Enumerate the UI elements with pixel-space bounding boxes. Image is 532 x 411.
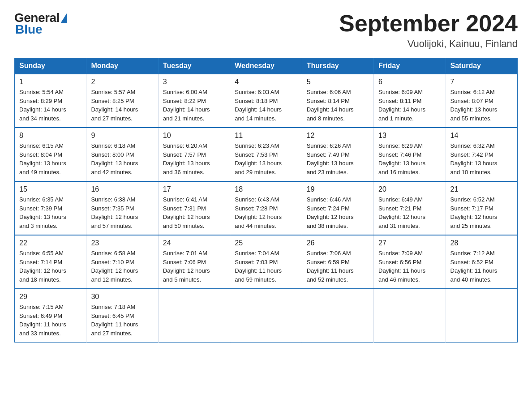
day-info: Sunrise: 6:52 AMSunset: 7:17 PMDaylight:… [450,195,513,230]
day-number: 8 [19,132,82,140]
calendar-cell: 22Sunrise: 6:55 AMSunset: 7:14 PMDayligh… [15,235,86,289]
day-number: 5 [307,78,369,86]
day-info: Sunrise: 6:32 AMSunset: 7:42 PMDaylight:… [450,141,513,176]
calendar-cell: 20Sunrise: 6:49 AMSunset: 7:21 PMDayligh… [374,181,446,235]
day-info: Sunrise: 7:15 AMSunset: 6:49 PMDaylight:… [19,303,82,338]
weekday-header-tuesday: Tuesday [158,58,230,74]
day-number: 16 [91,185,153,193]
day-number: 24 [163,239,225,247]
calendar-cell: 11Sunrise: 6:23 AMSunset: 7:53 PMDayligh… [230,128,302,181]
day-number: 4 [235,78,297,86]
day-info: Sunrise: 6:09 AMSunset: 8:11 PMDaylight:… [378,88,441,123]
day-number: 2 [91,78,153,86]
day-number: 23 [91,239,153,247]
calendar-week-4: 22Sunrise: 6:55 AMSunset: 7:14 PMDayligh… [15,235,518,289]
day-number: 19 [307,185,369,193]
weekday-header-sunday: Sunday [15,58,86,74]
calendar-cell: 3Sunrise: 6:00 AMSunset: 8:22 PMDaylight… [158,74,230,128]
day-number: 17 [163,185,225,193]
day-info: Sunrise: 6:12 AMSunset: 8:07 PMDaylight:… [450,88,513,123]
calendar-cell: 29Sunrise: 7:15 AMSunset: 6:49 PMDayligh… [15,289,86,342]
header: General Blue September 2024 Vuolijoki, K… [14,11,518,50]
page: General Blue September 2024 Vuolijoki, K… [0,0,532,353]
logo-triangle-icon [60,13,67,23]
day-number: 3 [163,78,225,86]
day-info: Sunrise: 7:04 AMSunset: 7:03 PMDaylight:… [235,249,297,284]
day-number: 27 [378,239,441,247]
calendar-cell: 30Sunrise: 7:18 AMSunset: 6:45 PMDayligh… [86,289,158,342]
calendar-cell [446,289,517,342]
calendar-cell: 6Sunrise: 6:09 AMSunset: 8:11 PMDaylight… [374,74,446,128]
calendar-cell: 15Sunrise: 6:35 AMSunset: 7:39 PMDayligh… [15,181,86,235]
day-number: 10 [163,132,225,140]
calendar-cell [230,289,302,342]
day-info: Sunrise: 7:01 AMSunset: 7:06 PMDaylight:… [163,249,225,284]
day-number: 1 [19,78,82,86]
day-info: Sunrise: 6:15 AMSunset: 8:04 PMDaylight:… [19,141,82,176]
day-info: Sunrise: 6:20 AMSunset: 7:57 PMDaylight:… [163,141,225,176]
calendar-cell: 4Sunrise: 6:03 AMSunset: 8:18 PMDaylight… [230,74,302,128]
day-number: 13 [378,132,441,140]
weekday-header-monday: Monday [86,58,158,74]
calendar-cell: 18Sunrise: 6:43 AMSunset: 7:28 PMDayligh… [230,181,302,235]
calendar-cell [302,289,373,342]
calendar-cell: 28Sunrise: 7:12 AMSunset: 6:52 PMDayligh… [446,235,517,289]
weekday-header-thursday: Thursday [302,58,373,74]
calendar-cell: 16Sunrise: 6:38 AMSunset: 7:35 PMDayligh… [86,181,158,235]
day-info: Sunrise: 6:29 AMSunset: 7:46 PMDaylight:… [378,141,441,176]
day-info: Sunrise: 6:26 AMSunset: 7:49 PMDaylight:… [307,141,369,176]
weekday-header-saturday: Saturday [446,58,517,74]
day-info: Sunrise: 6:06 AMSunset: 8:14 PMDaylight:… [307,88,369,123]
calendar-cell: 24Sunrise: 7:01 AMSunset: 7:06 PMDayligh… [158,235,230,289]
calendar-cell: 12Sunrise: 6:26 AMSunset: 7:49 PMDayligh… [302,128,373,181]
day-number: 28 [450,239,513,247]
day-number: 7 [450,78,513,86]
day-number: 29 [19,293,82,301]
day-number: 6 [378,78,441,86]
day-number: 11 [235,132,297,140]
calendar-cell: 10Sunrise: 6:20 AMSunset: 7:57 PMDayligh… [158,128,230,181]
weekday-header-row: SundayMondayTuesdayWednesdayThursdayFrid… [15,58,518,74]
calendar-cell [374,289,446,342]
weekday-header-friday: Friday [374,58,446,74]
day-info: Sunrise: 7:06 AMSunset: 6:59 PMDaylight:… [307,249,369,284]
day-number: 9 [91,132,153,140]
day-info: Sunrise: 6:46 AMSunset: 7:24 PMDaylight:… [307,195,369,230]
calendar-cell: 17Sunrise: 6:41 AMSunset: 7:31 PMDayligh… [158,181,230,235]
calendar-cell: 25Sunrise: 7:04 AMSunset: 7:03 PMDayligh… [230,235,302,289]
calendar-cell: 5Sunrise: 6:06 AMSunset: 8:14 PMDaylight… [302,74,373,128]
day-number: 14 [450,132,513,140]
weekday-header-wednesday: Wednesday [230,58,302,74]
day-number: 20 [378,185,441,193]
calendar-cell [158,289,230,342]
calendar-cell: 14Sunrise: 6:32 AMSunset: 7:42 PMDayligh… [446,128,517,181]
calendar-week-3: 15Sunrise: 6:35 AMSunset: 7:39 PMDayligh… [15,181,518,235]
calendar-cell: 8Sunrise: 6:15 AMSunset: 8:04 PMDaylight… [15,128,86,181]
day-info: Sunrise: 6:03 AMSunset: 8:18 PMDaylight:… [235,88,297,123]
day-number: 25 [235,239,297,247]
day-number: 26 [307,239,369,247]
day-info: Sunrise: 6:55 AMSunset: 7:14 PMDaylight:… [19,249,82,284]
day-info: Sunrise: 7:09 AMSunset: 6:56 PMDaylight:… [378,249,441,284]
day-number: 30 [91,293,153,301]
day-number: 15 [19,185,82,193]
calendar-cell: 1Sunrise: 5:54 AMSunset: 8:29 PMDaylight… [15,74,86,128]
calendar-cell: 26Sunrise: 7:06 AMSunset: 6:59 PMDayligh… [302,235,373,289]
logo: General Blue [14,11,67,37]
calendar-cell: 23Sunrise: 6:58 AMSunset: 7:10 PMDayligh… [86,235,158,289]
calendar-cell: 7Sunrise: 6:12 AMSunset: 8:07 PMDaylight… [446,74,517,128]
day-info: Sunrise: 6:38 AMSunset: 7:35 PMDaylight:… [91,195,153,230]
day-info: Sunrise: 6:43 AMSunset: 7:28 PMDaylight:… [235,195,297,230]
day-info: Sunrise: 6:18 AMSunset: 8:00 PMDaylight:… [91,141,153,176]
calendar-cell: 2Sunrise: 5:57 AMSunset: 8:25 PMDaylight… [86,74,158,128]
calendar-cell: 27Sunrise: 7:09 AMSunset: 6:56 PMDayligh… [374,235,446,289]
calendar-week-1: 1Sunrise: 5:54 AMSunset: 8:29 PMDaylight… [15,74,518,128]
day-info: Sunrise: 6:35 AMSunset: 7:39 PMDaylight:… [19,195,82,230]
day-number: 22 [19,239,82,247]
day-info: Sunrise: 6:00 AMSunset: 8:22 PMDaylight:… [163,88,225,123]
day-number: 18 [235,185,297,193]
location: Vuolijoki, Kainuu, Finland [339,38,518,50]
day-info: Sunrise: 6:23 AMSunset: 7:53 PMDaylight:… [235,141,297,176]
day-info: Sunrise: 7:12 AMSunset: 6:52 PMDaylight:… [450,249,513,284]
day-info: Sunrise: 6:49 AMSunset: 7:21 PMDaylight:… [378,195,441,230]
